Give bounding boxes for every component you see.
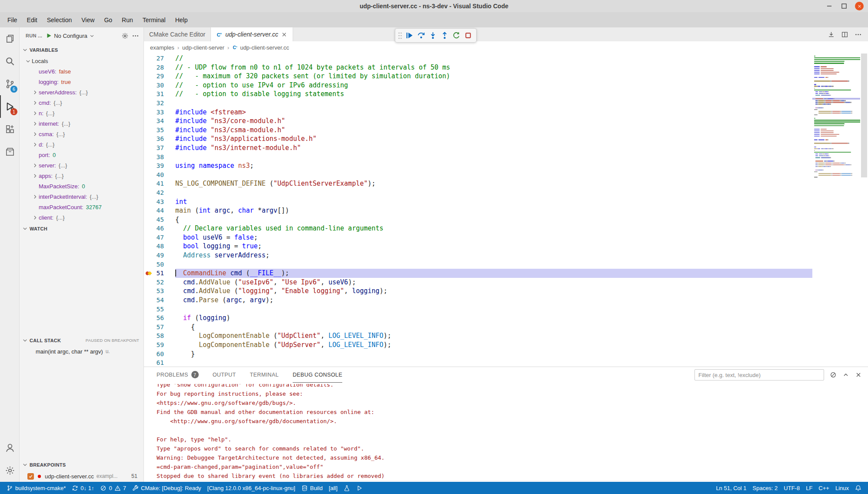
gutter-45[interactable]: 45: [144, 215, 175, 224]
breakpoints-section-header[interactable]: BREAKPOINTS: [20, 459, 144, 471]
code-line-28[interactable]: 28// - UDP flow from n0 to n1 of 1024 by…: [144, 63, 812, 72]
gutter-51[interactable]: 51: [144, 269, 175, 278]
variable-port[interactable]: port:0: [20, 150, 144, 160]
variable-logging[interactable]: logging:true: [20, 77, 144, 87]
gutter-49[interactable]: 49: [144, 251, 175, 260]
gutter-38[interactable]: 38: [144, 153, 175, 162]
code-line-51[interactable]: 51 CommandLine cmd (__FILE__);: [144, 269, 812, 278]
download-icon[interactable]: [828, 31, 835, 38]
activity-search[interactable]: [0, 50, 19, 73]
gutter-54[interactable]: 54: [144, 296, 175, 305]
gutter-55[interactable]: 55: [144, 305, 175, 314]
gutter-53[interactable]: 53: [144, 287, 175, 296]
call-stack-frame[interactable]: main(int argc, char ** argv)u.: [20, 346, 144, 357]
more-icon[interactable]: [855, 31, 862, 38]
minimize-button[interactable]: [825, 2, 833, 10]
gutter-61[interactable]: 61: [144, 358, 175, 367]
code-line-48[interactable]: 48 bool logging = true;: [144, 242, 812, 251]
code-line-58[interactable]: 58 LogComponentEnable ("UdpClient", LOG_…: [144, 331, 812, 340]
gutter-59[interactable]: 59: [144, 340, 175, 350]
editor[interactable]: 27//28// - UDP flow from n0 to n1 of 102…: [144, 53, 868, 367]
breadcrumb-item-0[interactable]: examples: [150, 44, 174, 51]
code-line-41[interactable]: 41NS_LOG_COMPONENT_DEFINE ("UdpClientSer…: [144, 179, 812, 188]
gutter-50[interactable]: 50: [144, 260, 175, 269]
gutter-27[interactable]: 27: [144, 54, 175, 63]
breadcrumb-item-1[interactable]: udp-client-server: [182, 44, 224, 51]
code-line-44[interactable]: 44main (int argc, char *argv[]): [144, 206, 812, 215]
code-line-30[interactable]: 30// - option to use IPv4 or IPv6 addres…: [144, 81, 812, 90]
gutter-40[interactable]: 40: [144, 170, 175, 180]
variable-d[interactable]: d:{...}: [20, 139, 144, 150]
variable-useV6[interactable]: useV6:false: [20, 66, 144, 77]
watch-section-header[interactable]: WATCH: [20, 223, 144, 234]
gutter-36[interactable]: 36: [144, 134, 175, 144]
menu-item-help[interactable]: Help: [170, 12, 193, 27]
gutter-52[interactable]: 52: [144, 278, 175, 287]
gutter-42[interactable]: 42: [144, 188, 175, 197]
debug-stop-button[interactable]: [462, 30, 474, 41]
code-line-50[interactable]: 50: [144, 260, 812, 269]
breadcrumb-item-2[interactable]: C+udp-client-server.cc: [232, 44, 289, 51]
activity-source-control[interactable]: 6: [0, 73, 19, 95]
maximize-button[interactable]: [840, 2, 848, 10]
clear-console-icon[interactable]: [830, 371, 837, 378]
code-line-29[interactable]: 29// - maximum of 320 packets sent (or l…: [144, 72, 812, 81]
code-line-54[interactable]: 54 cmd.Parse (argc, argv);: [144, 296, 812, 305]
close-button[interactable]: [855, 2, 864, 10]
activity-cmake[interactable]: [0, 140, 19, 163]
activity-settings[interactable]: [0, 459, 19, 482]
status-problems[interactable]: 07: [97, 482, 129, 494]
minimap[interactable]: [812, 53, 860, 367]
variable-n[interactable]: n:{...}: [20, 108, 144, 118]
tab-udp-client-server-cc[interactable]: C+udp-client-server.cc: [211, 27, 293, 41]
variable-MaxPacketSize[interactable]: MaxPacketSize:0: [20, 181, 144, 191]
code-line-37[interactable]: 37#include "ns3/internet-module.h": [144, 144, 812, 153]
panel-tab-terminal[interactable]: TERMINAL: [250, 367, 278, 383]
debug-config-dropdown[interactable]: No Configura: [45, 32, 118, 39]
variable-serverAddress[interactable]: serverAddress:{...}: [20, 87, 144, 97]
gutter-60[interactable]: 60: [144, 350, 175, 359]
code-line-47[interactable]: 47 bool useV6 = false;: [144, 233, 812, 242]
code-line-53[interactable]: 53 cmd.AddValue ("logging", "Enable logg…: [144, 287, 812, 296]
debug-restart-button[interactable]: [451, 30, 462, 41]
variable-csma[interactable]: csma:{...}: [20, 129, 144, 139]
variable-client[interactable]: client:{...}: [20, 212, 144, 223]
breakpoint-checkbox[interactable]: [27, 473, 34, 480]
code-line-34[interactable]: 34#include "ns3/core-module.h": [144, 117, 812, 126]
console-filter-input[interactable]: [694, 369, 824, 381]
debug-step-into-button[interactable]: [427, 30, 439, 41]
status-sync[interactable]: 0↓ 1↑: [69, 482, 97, 494]
gutter-48[interactable]: 48: [144, 242, 175, 251]
gear-icon[interactable]: [121, 32, 129, 40]
breakpoint-item[interactable]: udp-client-server.ccexampl...51: [20, 471, 144, 482]
code-line-52[interactable]: 52 cmd.AddValue ("useIpv6", "Use Ipv6", …: [144, 278, 812, 287]
activity-explorer[interactable]: [0, 27, 19, 50]
variable-interPacketInterval[interactable]: interPacketInterval:{...}: [20, 191, 144, 202]
call-stack-section-header[interactable]: CALL STACK PAUSED ON BREAKPOINT: [20, 334, 144, 346]
code-line-39[interactable]: 39using namespace ns3;: [144, 161, 812, 170]
close-icon[interactable]: [281, 31, 287, 38]
code-line-45[interactable]: 45{: [144, 215, 812, 224]
gutter-46[interactable]: 46: [144, 224, 175, 233]
code-line-49[interactable]: 49 Address serverAddress;: [144, 251, 812, 260]
gutter-30[interactable]: 30: [144, 81, 175, 90]
variable-apps[interactable]: apps:{...}: [20, 170, 144, 181]
code-line-46[interactable]: 46 // Declare variables used in command-…: [144, 224, 812, 233]
panel-tab-output[interactable]: OUTPUT: [213, 367, 236, 383]
gutter-47[interactable]: 47: [144, 233, 175, 242]
code-line-59[interactable]: 59 LogComponentEnable ("UdpServer", LOG_…: [144, 340, 812, 350]
code-line-57[interactable]: 57 {: [144, 323, 812, 332]
code-line-31[interactable]: 31// - option to disable logging stateme…: [144, 90, 812, 99]
gutter-35[interactable]: 35: [144, 126, 175, 135]
panel-tab-debug-console[interactable]: DEBUG CONSOLE: [293, 367, 342, 383]
menu-item-edit[interactable]: Edit: [22, 12, 42, 27]
variable-server[interactable]: server:{...}: [20, 160, 144, 170]
gutter-57[interactable]: 57: [144, 323, 175, 332]
menu-item-go[interactable]: Go: [99, 12, 117, 27]
gutter-31[interactable]: 31: [144, 90, 175, 99]
activity-extensions[interactable]: [0, 118, 19, 140]
gutter-43[interactable]: 43: [144, 197, 175, 207]
debug-step-over-button[interactable]: [415, 30, 427, 41]
code-line-40[interactable]: 40: [144, 170, 812, 180]
variable-internet[interactable]: internet:{...}: [20, 118, 144, 129]
